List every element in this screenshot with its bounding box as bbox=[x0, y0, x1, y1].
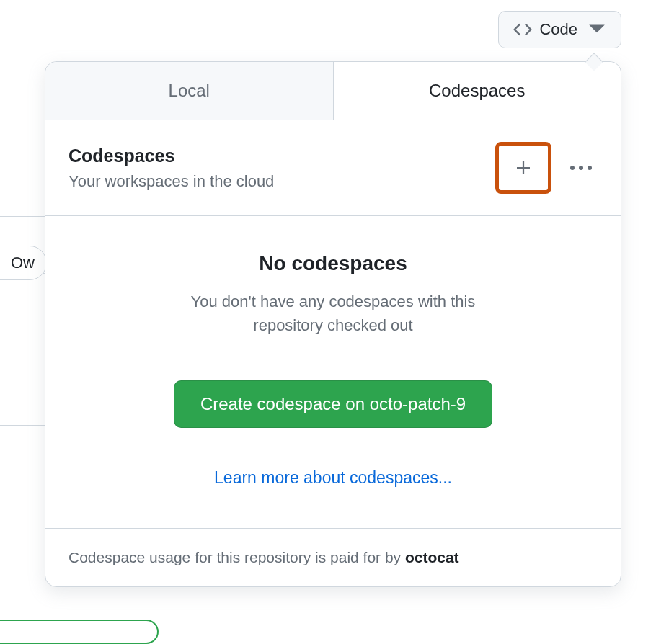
background-row-2 bbox=[0, 425, 47, 498]
pill-text: Ow bbox=[11, 254, 35, 272]
header-title: Codespaces bbox=[68, 146, 274, 166]
learn-more-link[interactable]: Learn more about codespaces... bbox=[74, 468, 592, 488]
tab-codespaces-label: Codespaces bbox=[429, 81, 525, 100]
header-text: Codespaces Your workspaces in the cloud bbox=[68, 146, 274, 191]
empty-title: No codespaces bbox=[74, 252, 592, 275]
code-button[interactable]: Code bbox=[498, 11, 621, 48]
tabs: Local Codespaces bbox=[45, 62, 621, 120]
empty-state: No codespaces You don't have any codespa… bbox=[45, 216, 621, 529]
header-subtitle: Your workspaces in the cloud bbox=[68, 172, 274, 191]
background-pill: Ow bbox=[0, 246, 47, 280]
code-popover: Local Codespaces Codespaces Your workspa… bbox=[45, 61, 621, 587]
footer-prefix: Codespace usage for this repository is p… bbox=[68, 549, 405, 565]
tab-local-label: Local bbox=[169, 81, 210, 100]
header-actions bbox=[495, 142, 598, 194]
tab-codespaces[interactable]: Codespaces bbox=[334, 62, 621, 120]
kebab-dot bbox=[588, 166, 592, 170]
chevron-down-icon bbox=[588, 20, 606, 39]
plus-icon bbox=[515, 159, 532, 176]
codespaces-header: Codespaces Your workspaces in the cloud bbox=[45, 120, 621, 216]
more-options-button[interactable] bbox=[564, 160, 598, 176]
empty-description: You don't have any codespaces with this … bbox=[160, 290, 506, 337]
footer: Codespace usage for this repository is p… bbox=[45, 529, 621, 586]
code-icon bbox=[513, 20, 532, 39]
footer-owner: octocat bbox=[405, 549, 459, 565]
kebab-dot bbox=[579, 166, 583, 170]
create-codespace-button[interactable]: Create codespace on octo-patch-9 bbox=[174, 380, 492, 428]
kebab-dot bbox=[570, 166, 575, 170]
learn-more-label: Learn more about codespaces... bbox=[214, 468, 452, 487]
tab-local[interactable]: Local bbox=[45, 62, 334, 120]
background-badge bbox=[0, 620, 159, 644]
code-button-label: Code bbox=[539, 20, 577, 39]
create-button-label: Create codespace on octo-patch-9 bbox=[200, 394, 466, 413]
add-codespace-button[interactable] bbox=[495, 142, 551, 194]
